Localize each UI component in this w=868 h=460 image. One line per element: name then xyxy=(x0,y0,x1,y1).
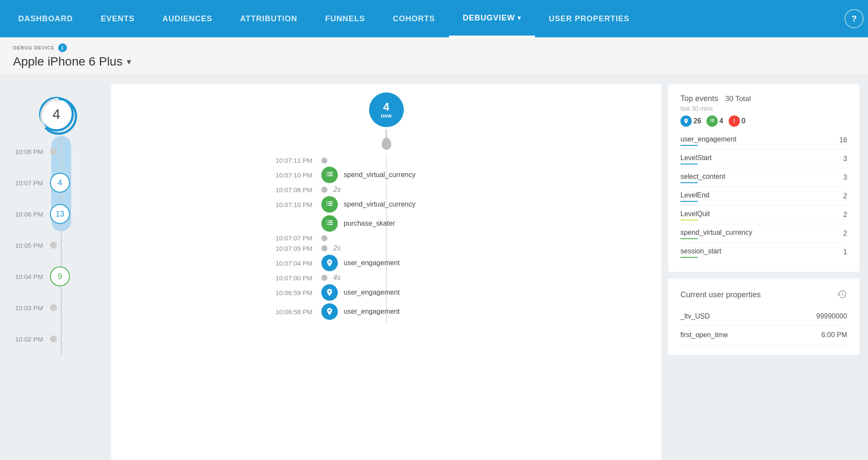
event-list-item[interactable]: user_engagement 16 xyxy=(680,131,847,150)
event-row[interactable]: 10:07:11 PM xyxy=(234,157,538,164)
blue-count: 26 xyxy=(680,115,701,127)
prop-row[interactable]: first_open_time 6:00 PM xyxy=(680,326,847,345)
debug-count-badge: 1 xyxy=(58,43,67,52)
timeline-dot xyxy=(50,148,57,155)
event-dot xyxy=(321,235,327,241)
orange-count-icon: ! xyxy=(729,115,740,127)
event-row[interactable]: 10:07:10 PM spend_virtual_currency xyxy=(234,167,538,183)
timeline-dot xyxy=(50,304,57,311)
nav-funnels[interactable]: FUNNELS xyxy=(311,0,379,37)
timeline-row-1002: 10:02 PM xyxy=(9,323,104,355)
event-icon-blue xyxy=(321,303,338,320)
nav-cohorts[interactable]: COHORTS xyxy=(379,0,449,37)
left-timeline: 4 10:08 PM 10:07 PM 4 10:06 PM 13 xyxy=(9,84,104,460)
nav-user-properties[interactable]: USER PROPERTIES xyxy=(535,0,644,37)
top-events-total: 30 Total xyxy=(725,95,751,103)
event-dot xyxy=(321,187,327,193)
event-icon-blue xyxy=(321,255,338,271)
timeline-bubble-1007: 4 xyxy=(50,173,70,193)
main-nav: DASHBOARD EVENTS AUDIENCES ATTRIBUTION F… xyxy=(0,0,868,37)
user-props-title: Current user properties xyxy=(680,290,761,299)
blue-count-icon xyxy=(680,115,692,127)
timeline-dot xyxy=(50,335,57,342)
nav-events[interactable]: EVENTS xyxy=(87,0,149,37)
top-events-card: Top events 30 Total last 30 mins 26 xyxy=(668,84,859,272)
event-row: 10:07:05 PM 2s xyxy=(234,244,538,252)
orange-count: ! 0 xyxy=(729,115,746,127)
timeline-row-1007: 10:07 PM 4 xyxy=(9,167,104,198)
event-dot xyxy=(321,158,327,164)
user-properties-card: Current user properties _ltv_USD 9999000… xyxy=(668,279,859,355)
event-list-item[interactable]: LevelStart 3 xyxy=(680,150,847,168)
event-icon-green xyxy=(321,167,338,183)
event-counts: 26 4 ! 0 xyxy=(680,115,751,127)
event-list-item[interactable]: LevelEnd 2 xyxy=(680,187,847,206)
event-row: 10:07:07 PM xyxy=(234,234,538,242)
timeline-dot xyxy=(50,242,57,249)
help-button[interactable]: ? xyxy=(845,9,864,28)
header-bar: DEBUG DEVICE 1 Apple iPhone 6 Plus ▾ xyxy=(0,37,868,75)
new-events-badge: 4 new xyxy=(369,92,404,127)
dropdown-arrow-icon: ▾ xyxy=(127,56,131,67)
user-props-list: _ltv_USD 99990000 first_open_time 6:00 P… xyxy=(680,307,847,345)
event-row[interactable]: 10:07:10 PM spend_virtual_currency xyxy=(234,196,538,213)
green-count: 4 xyxy=(706,115,723,127)
right-panel: Top events 30 Total last 30 mins 26 xyxy=(668,84,859,460)
connector-line xyxy=(386,129,387,138)
top-events-subtitle: last 30 mins xyxy=(680,105,751,112)
event-row[interactable]: 10:06:59 PM user_engagement xyxy=(234,284,538,301)
event-row[interactable]: purchase_skater xyxy=(234,215,538,232)
event-row: 10:07:00 PM 4s xyxy=(234,274,538,282)
big-circle: 4 xyxy=(39,97,74,131)
device-name: Apple iPhone 6 Plus xyxy=(13,55,122,69)
center-panel: 4 new 10:07:11 PM 10:07:10 PM xyxy=(111,84,661,460)
nav-audiences[interactable]: AUDIENCES xyxy=(149,0,226,37)
event-list-item[interactable]: session_start 1 xyxy=(680,243,847,261)
event-row: 10:07:08 PM 2s xyxy=(234,186,538,194)
timeline-bubble-1006: 13 xyxy=(50,204,70,224)
event-icon-green xyxy=(321,215,338,232)
history-icon[interactable] xyxy=(837,289,847,302)
main-content: 4 10:08 PM 10:07 PM 4 10:06 PM 13 xyxy=(0,75,868,460)
event-dot xyxy=(321,275,327,281)
event-list-item[interactable]: LevelQuit 2 xyxy=(680,206,847,224)
prop-row[interactable]: _ltv_USD 99990000 xyxy=(680,307,847,326)
debug-device-section: DEBUG DEVICE 1 xyxy=(13,43,855,52)
top-events-title: Top events xyxy=(680,94,718,103)
nav-debugview[interactable]: DEBUGVIEW ▾ xyxy=(449,0,535,37)
timeline-bubble-1004: 9 xyxy=(50,266,70,286)
timeline-row-1006: 10:06 PM 13 xyxy=(9,198,104,230)
timeline-row-1005: 10:05 PM xyxy=(9,230,104,261)
nav-attribution[interactable]: ATTRIBUTION xyxy=(226,0,311,37)
event-list-item[interactable]: spend_virtual_currency 2 xyxy=(680,224,847,243)
event-icon-green xyxy=(321,196,338,213)
event-row[interactable]: 10:06:58 PM user_engagement xyxy=(234,303,538,320)
event-list-container: user_engagement 16 LevelStart 3 select_c… xyxy=(680,131,847,261)
chevron-down-icon: ▾ xyxy=(518,14,521,21)
drop-shape xyxy=(382,138,391,150)
device-selector[interactable]: Apple iPhone 6 Plus ▾ xyxy=(13,55,855,69)
event-dot xyxy=(321,245,327,251)
green-count-icon xyxy=(706,115,718,127)
event-row[interactable]: 10:07:04 PM user_engagement xyxy=(234,255,538,271)
nav-dashboard[interactable]: DASHBOARD xyxy=(4,0,87,37)
event-icon-blue xyxy=(321,284,338,301)
event-list: 10:07:11 PM 10:07:10 PM spend_virtual_cu… xyxy=(234,154,538,322)
timeline-row-1004: 10:04 PM 9 xyxy=(9,261,104,292)
timeline-row-1008: 10:08 PM xyxy=(9,136,104,167)
user-props-header: Current user properties xyxy=(680,289,847,302)
event-list-item[interactable]: select_content 3 xyxy=(680,168,847,187)
timeline-row-1003: 10:03 PM xyxy=(9,292,104,323)
